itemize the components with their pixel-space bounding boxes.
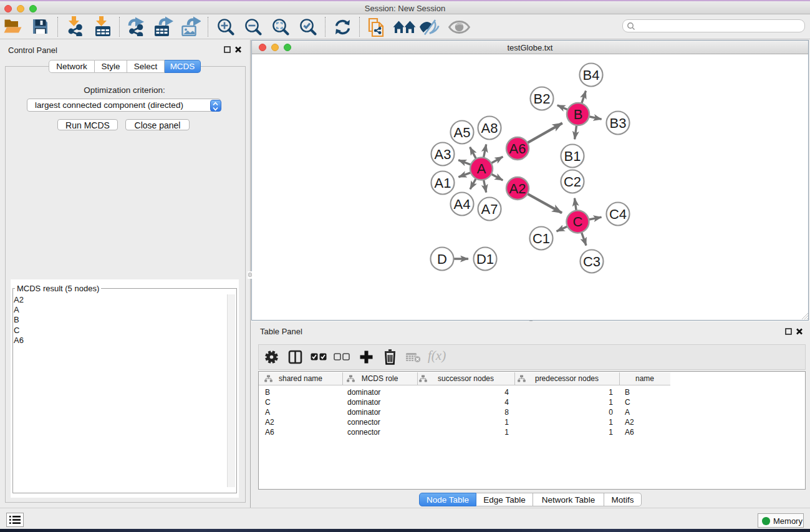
svg-text:A3: A3 [435,147,451,162]
svg-text:B2: B2 [534,91,551,107]
svg-text:B: B [574,107,583,122]
svg-text:A5: A5 [454,125,471,140]
svg-text:C1: C1 [533,231,550,246]
svg-text:A2: A2 [509,181,526,196]
svg-text:A6: A6 [509,141,526,157]
svg-text:C2: C2 [564,174,581,190]
svg-text:D: D [437,251,447,267]
svg-text:B3: B3 [610,115,627,131]
svg-text:C: C [573,214,583,230]
svg-text:A1: A1 [435,175,451,191]
svg-text:D1: D1 [476,251,494,267]
svg-text:C4: C4 [609,206,627,222]
svg-text:B1: B1 [564,148,581,164]
svg-text:C3: C3 [583,254,600,269]
svg-text:B4: B4 [583,67,600,83]
svg-text:A: A [477,161,486,177]
svg-text:A4: A4 [454,196,471,212]
svg-text:A7: A7 [481,201,498,217]
svg-text:A8: A8 [481,120,498,136]
